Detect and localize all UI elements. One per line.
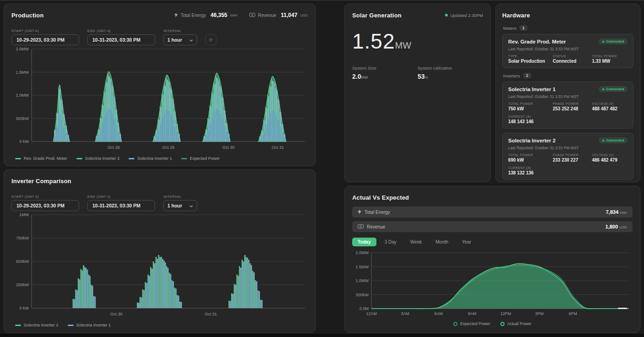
total-energy-unit: kWh [230, 13, 237, 17]
tab-week[interactable]: Week [405, 238, 427, 246]
summary-value-text: 7,834 [606, 209, 618, 215]
legend-ring-icon [453, 322, 457, 326]
refresh-button[interactable]: ⟳ [205, 34, 216, 45]
legend-dash-icon [15, 158, 21, 159]
legend-item-label: Solectria Inverter 1 [76, 323, 111, 327]
status-dot-icon [602, 41, 604, 43]
svg-text:250kW: 250kW [16, 283, 29, 287]
total-energy-value: 46,355 [210, 12, 227, 18]
legend-item[interactable]: Actual Power [500, 321, 531, 326]
tab-3-day[interactable]: 3 Day [379, 238, 402, 246]
summary-row-value: 7,834kWh [606, 209, 627, 215]
system-size-stat: System Size 2.0MW [352, 65, 418, 80]
hardware-field: VOLTAGE (V)488 487 482 [592, 102, 628, 111]
field-value: 690 kW [508, 158, 549, 163]
interval-value: 1 hour [167, 203, 182, 208]
meters-section-header: Meters 1 [503, 25, 633, 31]
system-size-value: 2.0 [352, 73, 361, 80]
revenue-value: 11,047 [281, 12, 297, 18]
legend-item-label: Rev. Grade Prod. Meter [24, 156, 67, 161]
meters-count-badge: 1 [520, 25, 527, 31]
inverters-card-list: Solectria Inverter 1ConnectedLast Report… [502, 82, 633, 180]
bottom-bar [0, 334, 644, 337]
meters-label: Meters [503, 26, 516, 31]
total-energy-stat: Total Energy 46,355 kWh [174, 12, 237, 18]
legend-dash-icon [68, 325, 74, 326]
svg-text:3PM: 3PM [535, 311, 544, 316]
start-date-label: START (GMT-4) [11, 195, 79, 199]
current-generation-unit: MW [395, 40, 412, 50]
legend-item[interactable]: Expected Power [181, 156, 220, 161]
interval-label: INTERVAL [163, 29, 197, 33]
interval-select[interactable]: 1 hour [163, 200, 197, 211]
svg-text:1.5MW: 1.5MW [16, 70, 29, 75]
system-utilization-label: System Utilization [418, 65, 483, 71]
hardware-fields: TOTAL POWER750 kWPHASE POWER253 252 248V… [508, 102, 628, 124]
tab-month[interactable]: Month [430, 238, 454, 246]
legend-item[interactable]: Expected Power [453, 321, 490, 326]
start-date-input[interactable] [11, 200, 79, 211]
system-utilization-unit: % [425, 75, 429, 80]
hardware-field: TOTAL POWER750 kW [508, 102, 549, 111]
svg-text:0.0M: 0.0M [360, 306, 369, 311]
legend-item-label: Solectria Inverter 2 [85, 156, 120, 161]
last-reported-text: Last Reported: October 31 3:33 PM MST [508, 146, 628, 150]
svg-text:9AM: 9AM [468, 311, 477, 316]
legend-item-label: Actual Power [507, 321, 531, 326]
current-generation-value: 1.52MW [352, 29, 483, 54]
legend-item[interactable]: Rev. Grade Prod. Meter [15, 156, 67, 161]
field-value: 148 143 146 [508, 119, 549, 124]
chevron-down-icon [189, 203, 193, 208]
hardware-panel: Hardware Meters 1 Rev. Grade Prod. Meter… [495, 4, 640, 182]
svg-text:1.5MW: 1.5MW [355, 265, 369, 269]
system-utilization-value: 53 [418, 73, 425, 80]
hardware-title: Hardware [502, 12, 530, 19]
legend-item[interactable]: Solectria Inverter 1 [129, 156, 172, 161]
revenue-label: Revenue [258, 13, 276, 18]
lightning-icon [174, 12, 178, 18]
legend-item[interactable]: Solectria Inverter 1 [68, 323, 111, 327]
interval-label: INTERVAL [163, 195, 197, 199]
hardware-field: CURRENT (A)138 132 136 [508, 166, 549, 175]
field-value: 750 kW [508, 106, 549, 111]
summary-value-unit: kWh [620, 211, 627, 215]
end-date-input[interactable] [87, 34, 155, 45]
legend-item[interactable]: Solectria Inverter 2 [15, 323, 59, 327]
production-panel: Production Total Energy 46,355 kWh Reven… [4, 4, 316, 166]
tab-year[interactable]: Year [456, 238, 477, 246]
hardware-fields: TYPESolar ProductionSTATUSConnectedTOTAL… [508, 54, 628, 64]
inverters-section-header: Inverters 2 [503, 73, 633, 78]
revenue-stat: Revenue 11,047 USD [249, 12, 308, 18]
hardware-field: TOTAL POWER690 kW [508, 153, 549, 163]
legend-dash-icon [76, 158, 82, 159]
svg-text:500kW: 500kW [16, 259, 29, 264]
field-label: VOLTAGE (V) [592, 102, 628, 105]
range-tabs: Today3 DayWeekMonthYear [352, 238, 633, 246]
svg-text:6AM: 6AM [435, 311, 443, 316]
svg-text:Oct 30: Oct 30 [222, 145, 235, 150]
field-label: TOTAL POWER [508, 153, 549, 157]
hardware-card-header: Solectria Inverter 1Connected [508, 86, 628, 92]
hardware-field: STATUSConnected [553, 54, 588, 64]
legend-ring-icon [500, 322, 504, 326]
interval-select[interactable]: 1 hour [163, 34, 197, 45]
legend-item[interactable]: Solectria Inverter 2 [76, 156, 120, 161]
end-date-input[interactable] [87, 200, 155, 211]
svg-text:2.0MW: 2.0MW [16, 47, 29, 51]
field-value: 1.33 MW [592, 59, 628, 64]
field-value: 233 230 227 [553, 158, 588, 163]
legend-dash-icon [129, 158, 134, 159]
field-value: 253 252 248 [553, 106, 588, 111]
tab-today[interactable]: Today [352, 238, 376, 246]
production-chart: 2.0MW1.5MW1.0MW500kW0 kWOct 28Oct 29Oct … [11, 45, 309, 152]
production-title: Production [11, 12, 44, 19]
svg-text:Oct 28: Oct 28 [107, 145, 120, 150]
chevron-down-icon [189, 37, 193, 43]
updated-label: Updated 2:30PM [451, 13, 483, 18]
summary-label-text: Total Energy [365, 210, 390, 215]
field-label: CURRENT (A) [508, 166, 549, 169]
inverter-comparison-panel: Inverter Comparison START (GMT-4) END (G… [4, 169, 316, 333]
legend-item-label: Expected Power [190, 156, 220, 161]
start-date-input[interactable] [11, 34, 79, 45]
field-value: 486 482 479 [592, 158, 628, 163]
